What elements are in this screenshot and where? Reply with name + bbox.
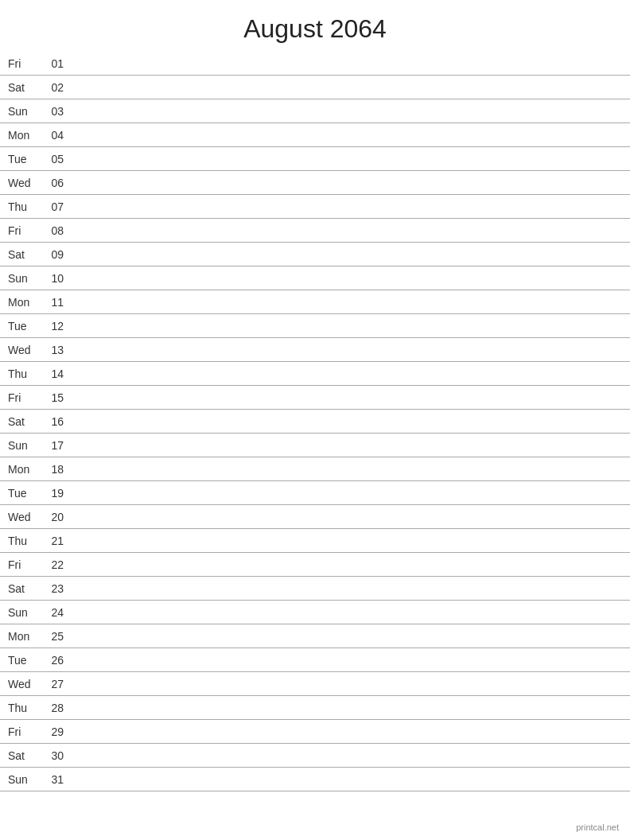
day-number: 14 <box>40 368 64 380</box>
day-line <box>72 254 622 255</box>
day-line <box>72 540 622 541</box>
calendar-row: Tue19 <box>0 481 630 505</box>
day-line <box>72 349 622 350</box>
day-line <box>72 158 622 159</box>
day-name: Wed <box>8 344 40 356</box>
day-name: Thu <box>8 200 40 213</box>
day-line <box>72 564 622 565</box>
day-line <box>72 182 622 183</box>
day-number: 12 <box>40 320 64 332</box>
day-name: Sun <box>8 272 40 285</box>
day-name: Thu <box>8 702 40 714</box>
day-line <box>72 588 622 589</box>
day-number: 04 <box>40 129 64 142</box>
day-name: Tue <box>8 320 40 332</box>
calendar-row: Fri22 <box>0 553 630 577</box>
calendar-row: Fri01 <box>0 52 630 76</box>
day-number: 09 <box>40 248 64 261</box>
day-number: 11 <box>40 296 64 309</box>
day-line <box>72 469 622 469</box>
day-name: Sun <box>8 606 40 619</box>
day-name: Sat <box>8 415 40 428</box>
day-line <box>72 731 622 732</box>
day-name: Sun <box>8 773 40 786</box>
day-number: 13 <box>40 344 64 356</box>
day-line <box>72 373 622 374</box>
day-name: Sat <box>8 81 40 94</box>
calendar-row: Sun24 <box>0 601 630 624</box>
day-line <box>72 445 622 445</box>
day-line <box>72 111 622 111</box>
day-number: 08 <box>40 224 64 237</box>
calendar-row: Sat23 <box>0 577 630 601</box>
day-line <box>72 492 622 493</box>
calendar-row: Thu14 <box>0 362 630 386</box>
calendar-row: Mon11 <box>0 290 630 314</box>
calendar-row: Sun03 <box>0 99 630 123</box>
day-line <box>72 278 622 278</box>
day-number: 24 <box>40 606 64 619</box>
calendar-row: Wed20 <box>0 505 630 529</box>
calendar-row: Fri29 <box>0 720 630 744</box>
calendar-row: Thu21 <box>0 529 630 553</box>
day-line <box>72 612 622 612</box>
day-line <box>72 421 622 422</box>
calendar-row: Wed13 <box>0 338 630 362</box>
calendar-row: Fri15 <box>0 386 630 410</box>
day-line <box>72 134 622 135</box>
day-number: 19 <box>40 487 64 500</box>
day-line <box>72 659 622 660</box>
day-name: Fri <box>8 224 40 237</box>
day-number: 18 <box>40 463 64 476</box>
day-number: 21 <box>40 535 64 547</box>
day-name: Tue <box>8 654 40 667</box>
day-number: 16 <box>40 415 64 428</box>
day-name: Thu <box>8 535 40 547</box>
day-line <box>72 707 622 708</box>
day-name: Tue <box>8 153 40 165</box>
day-number: 20 <box>40 511 64 523</box>
day-line <box>72 755 622 756</box>
day-name: Fri <box>8 57 40 70</box>
day-number: 27 <box>40 678 64 690</box>
day-name: Fri <box>8 391 40 404</box>
day-number: 05 <box>40 153 64 165</box>
calendar-container: Fri01Sat02Sun03Mon04Tue05Wed06Thu07Fri08… <box>0 52 630 791</box>
day-number: 23 <box>40 582 64 595</box>
day-number: 02 <box>40 81 64 94</box>
day-name: Sat <box>8 248 40 261</box>
day-number: 17 <box>40 439 64 452</box>
day-line <box>72 301 622 302</box>
calendar-row: Sat30 <box>0 744 630 768</box>
day-name: Mon <box>8 630 40 643</box>
day-line <box>72 397 622 398</box>
day-number: 07 <box>40 200 64 213</box>
day-name: Fri <box>8 725 40 738</box>
day-line <box>72 230 622 231</box>
day-line <box>72 683 622 684</box>
day-number: 29 <box>40 725 64 738</box>
day-line <box>72 636 622 636</box>
day-number: 06 <box>40 177 64 189</box>
calendar-row: Tue05 <box>0 147 630 171</box>
calendar-row: Sat02 <box>0 76 630 99</box>
day-name: Wed <box>8 177 40 189</box>
day-name: Mon <box>8 463 40 476</box>
day-name: Mon <box>8 296 40 309</box>
calendar-row: Wed06 <box>0 171 630 195</box>
calendar-row: Wed27 <box>0 672 630 696</box>
day-line <box>72 87 622 88</box>
calendar-row: Sat09 <box>0 243 630 266</box>
calendar-row: Fri08 <box>0 219 630 243</box>
calendar-row: Tue26 <box>0 648 630 672</box>
day-line <box>72 325 622 326</box>
calendar-row: Mon25 <box>0 624 630 648</box>
day-number: 03 <box>40 105 64 118</box>
day-line <box>72 516 622 517</box>
calendar-row: Sun31 <box>0 768 630 791</box>
day-name: Mon <box>8 129 40 142</box>
day-number: 10 <box>40 272 64 285</box>
calendar-row: Tue12 <box>0 314 630 338</box>
day-name: Sun <box>8 439 40 452</box>
day-name: Wed <box>8 678 40 690</box>
